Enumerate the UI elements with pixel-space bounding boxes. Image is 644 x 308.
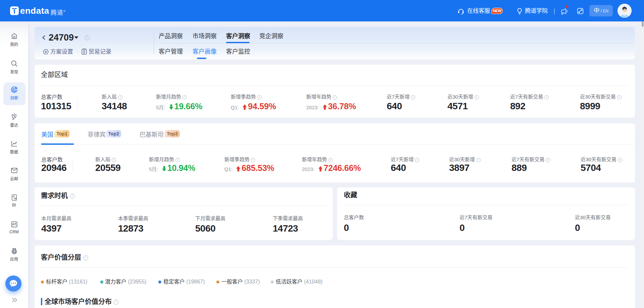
- svg-text:BI: BI: [14, 197, 17, 200]
